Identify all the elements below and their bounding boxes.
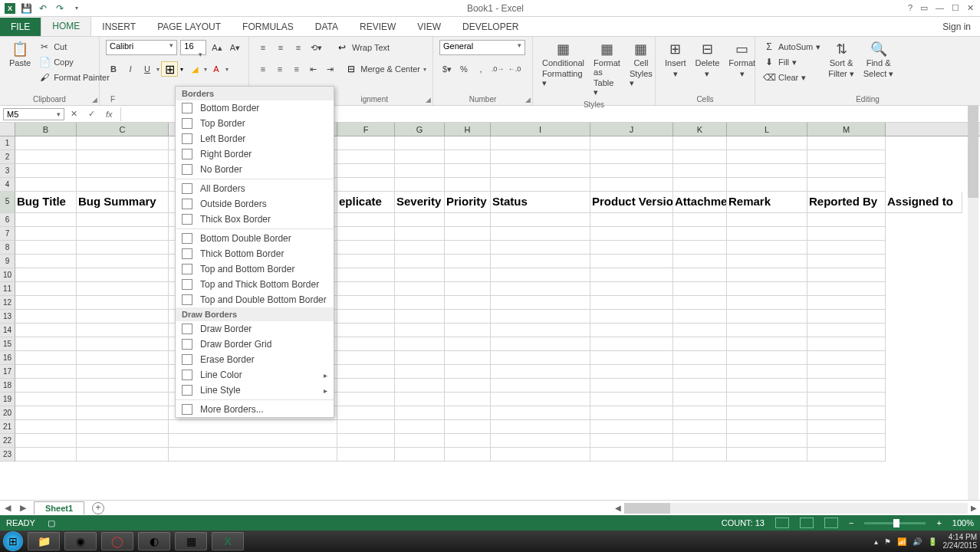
col-header-I[interactable]: I [491,123,590,136]
cell[interactable] [590,393,673,406]
row-header[interactable]: 4 [0,178,15,192]
hscroll-track[interactable] [624,503,968,514]
cell[interactable] [727,351,807,365]
border-menu-item[interactable]: Thick Bottom Border [176,246,334,261]
cell[interactable] [491,337,590,351]
cell[interactable] [491,213,590,227]
cell[interactable] [395,365,445,379]
cell[interactable] [727,227,807,241]
orientation-icon[interactable]: ⟲▾ [308,40,324,55]
cell[interactable]: Status [491,192,590,213]
col-header-H[interactable]: H [445,123,491,136]
cell[interactable] [395,351,445,365]
cell[interactable] [673,448,727,462]
increase-font-icon[interactable]: A▴ [209,40,224,55]
insert-cells-button[interactable]: ⊞Insert▾ [662,40,689,80]
align-bottom-icon[interactable]: ≡ [291,40,306,55]
cell[interactable] [337,178,395,192]
border-menu-item[interactable]: Line Style [176,383,334,398]
cell[interactable] [395,420,445,434]
row-header[interactable]: 3 [0,164,15,178]
cell[interactable] [395,379,445,393]
bold-button[interactable]: B [106,61,121,77]
row-header[interactable]: 13 [0,310,15,324]
cell[interactable] [337,324,395,337]
cell[interactable] [15,296,77,310]
cell[interactable] [491,178,590,192]
border-menu-item[interactable]: Top and Bottom Border [176,261,334,277]
increase-indent-icon[interactable]: ⇥ [323,61,338,77]
cell[interactable] [807,178,886,192]
cell[interactable] [491,241,590,255]
cell[interactable] [491,136,590,150]
cell[interactable] [673,282,727,296]
cell[interactable] [590,296,673,310]
qat-dropdown-icon[interactable]: ▾ [71,2,83,15]
cell[interactable] [673,178,727,192]
cell[interactable] [337,337,395,351]
cell[interactable] [15,227,77,241]
fx-icon[interactable]: fx [103,110,116,119]
alignment-dialog-launcher-icon[interactable]: ◢ [426,96,431,104]
cell[interactable] [337,420,395,434]
cell[interactable] [15,420,77,434]
cell[interactable] [77,406,169,420]
row-header[interactable]: 23 [0,448,15,462]
cell[interactable] [15,178,77,192]
fill-button[interactable]: ⬇Fill ▾ [761,55,822,69]
border-menu-item[interactable]: Left Border [176,131,334,146]
row-header[interactable]: 11 [0,282,15,296]
cell[interactable] [445,282,491,296]
cell[interactable]: Product Version [590,192,673,213]
cell[interactable] [807,351,886,365]
cell[interactable] [395,296,445,310]
cell[interactable] [727,393,807,406]
cell[interactable] [491,310,590,324]
number-format-select[interactable]: General [439,40,525,55]
cell[interactable] [77,379,169,393]
maximize-icon[interactable]: ☐ [952,3,959,13]
cell[interactable] [673,351,727,365]
cell[interactable] [673,136,727,150]
cell[interactable] [77,282,169,296]
cell[interactable] [77,241,169,255]
cell[interactable] [445,150,491,164]
cell[interactable] [727,136,807,150]
row-header[interactable]: 16 [0,351,15,365]
cell[interactable] [77,227,169,241]
cell[interactable] [445,448,491,462]
cell[interactable] [807,365,886,379]
cell[interactable] [491,268,590,282]
name-box[interactable]: M5 [3,108,64,120]
cell[interactable] [590,268,673,282]
cell[interactable] [337,213,395,227]
cell[interactable] [77,268,169,282]
start-button[interactable]: ⊞ [3,531,23,551]
row-header[interactable]: 22 [0,434,15,448]
row-header[interactable]: 1 [0,136,15,150]
col-header-C[interactable]: C [77,123,169,136]
row-header[interactable]: 17 [0,365,15,379]
cell[interactable] [491,164,590,178]
font-size-select[interactable]: 16 [180,40,206,55]
cell[interactable] [337,150,395,164]
border-menu-item[interactable]: Draw Border Grid [176,337,334,352]
cell[interactable] [77,365,169,379]
cell[interactable] [491,406,590,420]
cell[interactable] [77,255,169,268]
border-menu-item[interactable]: Draw Border [176,321,334,337]
tab-developer[interactable]: DEVELOPER [452,18,529,36]
fill-color-button[interactable]: ◢ [187,61,202,77]
cell[interactable] [491,296,590,310]
col-header-M[interactable]: M [807,123,886,136]
taskbar-clock[interactable]: 4:14 PM 2/24/2015 [943,533,978,550]
cell[interactable] [673,393,727,406]
font-name-select[interactable]: Calibri [106,40,177,55]
taskbar-explorer-icon[interactable]: 📁 [28,532,60,550]
cell[interactable] [727,337,807,351]
row-header[interactable]: 14 [0,324,15,337]
cell[interactable] [590,241,673,255]
cell[interactable]: Severity [395,192,445,213]
cell[interactable] [337,393,395,406]
hscroll-left-icon[interactable]: ◀ [612,504,624,512]
